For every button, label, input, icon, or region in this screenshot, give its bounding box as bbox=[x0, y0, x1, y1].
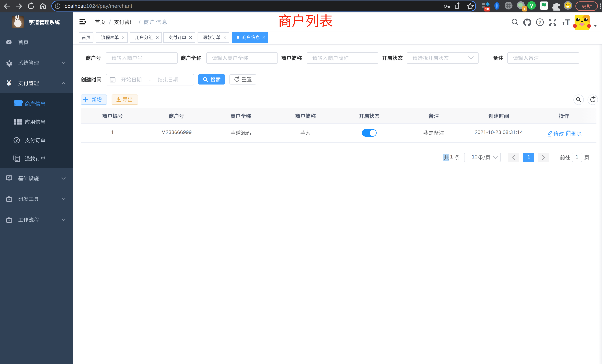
svg-text:y: y bbox=[530, 2, 533, 8]
svg-text:¥: ¥ bbox=[7, 79, 11, 87]
svg-text:1: 1 bbox=[523, 7, 526, 11]
svg-text:10: 10 bbox=[485, 7, 489, 11]
svg-text:T: T bbox=[562, 21, 565, 26]
svg-text:?: ? bbox=[538, 20, 542, 25]
svg-text:¥: ¥ bbox=[16, 139, 18, 143]
svg-text:T: T bbox=[565, 18, 570, 27]
